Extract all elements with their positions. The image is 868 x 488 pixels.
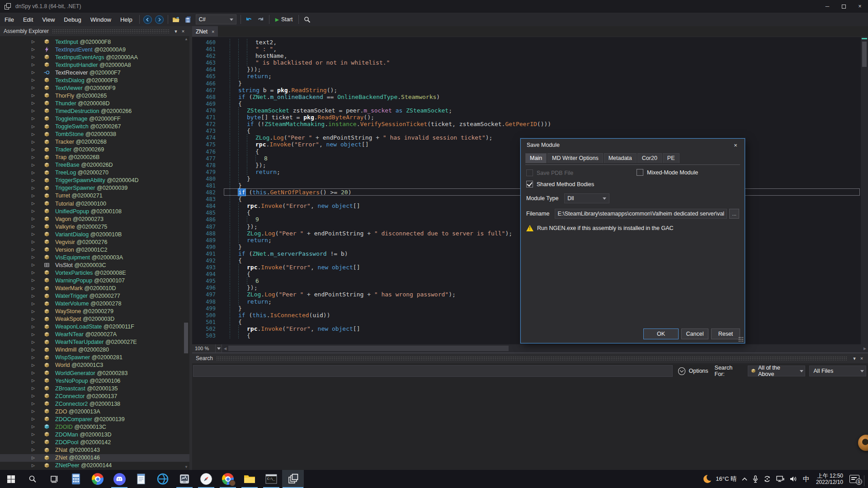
expander-icon[interactable]: ▷ <box>32 155 35 160</box>
dialog-title-bar[interactable]: Save Module × <box>521 139 745 151</box>
tree-item-unifiedpopup[interactable]: ▷UnifiedPopup @02000108 <box>0 207 189 215</box>
zoom-level-control[interactable]: 100 % <box>192 344 216 352</box>
code-line-464[interactable]: 464})); <box>192 66 868 73</box>
network-tray-icon[interactable] <box>774 470 787 488</box>
expander-icon[interactable]: ▷ <box>32 424 35 429</box>
expander-icon[interactable]: ▷ <box>32 247 35 252</box>
calculator-app-icon[interactable] <box>65 470 87 488</box>
expander-icon[interactable]: ▷ <box>32 232 35 236</box>
tree-item-tracker[interactable]: ▷Tracker @02000268 <box>0 138 189 146</box>
expander-icon[interactable]: ▷ <box>32 432 35 436</box>
dialog-tab-pe[interactable]: PE <box>663 153 679 163</box>
expander-icon[interactable]: ▷ <box>32 170 35 175</box>
tree-item-textinputevent[interactable]: ▷TextInputEvent @020000A9 <box>0 46 189 53</box>
maximize-button[interactable] <box>835 0 852 13</box>
tree-item-triggerspawner[interactable]: ▷TriggerSpawner @02000039 <box>0 184 189 192</box>
search-input[interactable] <box>193 365 673 377</box>
code-line-468[interactable]: 468if (ZNet.m_onlineBackend == OnlineBac… <box>192 94 868 100</box>
chrome-badged-app-icon[interactable] <box>217 470 239 488</box>
search-panel-menu-button[interactable]: ▾ <box>851 355 858 362</box>
tree-item-vegvisir[interactable]: ▷Vegvisir @02000276 <box>0 238 189 246</box>
browser-orb-app-icon[interactable] <box>87 470 108 488</box>
tree-item-valkyrie[interactable]: ▷Valkyrie @02000275 <box>0 223 189 230</box>
tree-item-waystone[interactable]: ▷WayStone @02000279 <box>0 308 189 315</box>
expander-icon[interactable]: ▷ <box>32 386 35 390</box>
dialog-tab-main[interactable]: Main <box>525 153 547 163</box>
expander-icon[interactable]: ▷ <box>32 317 35 321</box>
expander-icon[interactable]: ▷ <box>32 132 35 136</box>
tree-item-zdoid[interactable]: ▷ZDOID @0200013C <box>0 423 189 431</box>
file-filter-select[interactable]: All Files <box>809 366 866 376</box>
expander-icon[interactable]: ▷ <box>32 463 35 468</box>
expander-icon[interactable]: ▷ <box>32 270 35 275</box>
task-view-button[interactable] <box>43 470 65 488</box>
reset-button[interactable]: Reset <box>711 328 740 339</box>
expander-icon[interactable]: ▷ <box>32 455 35 460</box>
expander-icon[interactable]: ▷ <box>32 178 35 183</box>
tree-item-watermark[interactable]: ▷WaterMark @0200010D <box>0 285 189 292</box>
expander-icon[interactable]: ▷ <box>32 70 35 75</box>
tree-item-weakspot[interactable]: ▷WeakSpot @0200003D <box>0 315 189 323</box>
code-line-460[interactable]: 460text2, <box>192 39 868 46</box>
tree-item-znetpeer[interactable]: ▷ZNetPeer @02000144 <box>0 462 189 469</box>
options-chevron-icon[interactable] <box>678 367 686 375</box>
editor-scrollbar-thumb[interactable] <box>862 42 867 67</box>
ime-indicator[interactable]: 中 <box>800 470 812 488</box>
show-desktop-button[interactable] <box>865 470 868 488</box>
tab-znet[interactable]: ZNet × <box>192 26 218 37</box>
mixed-mode-checkbox[interactable] <box>637 169 643 176</box>
tree-item-watertrigger[interactable]: ▷WaterTrigger @02000277 <box>0 292 189 300</box>
start-debug-button[interactable]: ▶ Start <box>272 14 297 25</box>
tab-close-icon[interactable]: × <box>212 29 214 34</box>
menu-debug[interactable]: Debug <box>59 13 85 26</box>
expander-icon[interactable]: ▷ <box>32 332 35 337</box>
tree-item-textviewer[interactable]: ▷TextViewer @020000F9 <box>0 84 189 92</box>
expander-icon[interactable]: ▷ <box>32 108 35 113</box>
horizontal-scrollbar-thumb[interactable] <box>228 346 509 351</box>
panel-menu-button[interactable]: ▾ <box>172 28 179 35</box>
expander-icon[interactable]: ▷ <box>32 193 35 198</box>
expander-icon[interactable]: ▷ <box>32 301 35 306</box>
expander-icon[interactable]: ▷ <box>32 355 35 360</box>
zoom-dropdown-button[interactable] <box>216 344 222 352</box>
monitor-app-icon[interactable] <box>174 470 195 488</box>
sync-tray-icon[interactable] <box>761 470 774 488</box>
tree-item-toggleswitch[interactable]: ▷ToggleSwitch @02000267 <box>0 123 189 131</box>
scroll-up-arrow[interactable]: ▲ <box>184 37 189 41</box>
expander-icon[interactable]: ▷ <box>32 239 35 244</box>
tree-item-timeddestruction[interactable]: ▷TimedDestruction @02000266 <box>0 107 189 115</box>
navigate-forward-button[interactable] <box>154 14 165 25</box>
expander-icon[interactable]: ▷ <box>32 417 35 421</box>
show-hidden-icons-button[interactable] <box>739 470 750 488</box>
tree-vertical-scrollbar[interactable]: ▲ ▼ <box>184 36 189 470</box>
undo-button[interactable] <box>243 14 255 25</box>
decompiler-language-select[interactable]: C# <box>196 14 236 24</box>
tree-item-trap[interactable]: ▷Trap @0200026B <box>0 154 189 161</box>
shared-method-bodies-checkbox[interactable] <box>526 181 533 188</box>
expander-icon[interactable]: ▷ <box>32 278 35 282</box>
expander-icon[interactable]: ▷ <box>32 401 35 406</box>
expander-icon[interactable]: ▷ <box>32 363 35 367</box>
tree-item-textinputeventargs[interactable]: ▷TextInputEventArgs @020000AA <box>0 53 189 61</box>
tree-item-textinput[interactable]: ▷TextInput @020000F8 <box>0 38 189 46</box>
microphone-tray-icon[interactable] <box>750 470 761 488</box>
expander-icon[interactable]: ▷ <box>32 347 35 352</box>
compass-app-icon[interactable] <box>195 470 217 488</box>
dialog-tab-cor20[interactable]: Cor20 <box>637 153 662 163</box>
search-for-select[interactable]: All of the Above <box>748 366 805 376</box>
expander-icon[interactable]: ▷ <box>32 93 35 98</box>
editor-vertical-scrollbar[interactable] <box>861 37 868 344</box>
internet-explorer-app-icon[interactable] <box>152 470 174 488</box>
tree-item-textsdialog[interactable]: ▷TextsDialog @020000FB <box>0 76 189 84</box>
code-line-462[interactable]: 462hostName, <box>192 52 868 59</box>
action-center-button[interactable]: 1 <box>847 470 862 488</box>
scroll-right-arrow[interactable]: ▶ <box>862 344 868 352</box>
expander-icon[interactable]: ▷ <box>32 201 35 206</box>
expander-icon[interactable]: ▷ <box>32 78 35 82</box>
dialog-close-button[interactable]: × <box>731 141 740 150</box>
minimize-button[interactable]: ─ <box>819 0 835 13</box>
expander-icon[interactable]: ▷ <box>32 263 35 267</box>
tree-item-version[interactable]: ▷Version @020001C2 <box>0 246 189 253</box>
tree-item-worldgenerator[interactable]: ▷WorldGenerator @02000283 <box>0 369 189 377</box>
save-all-button[interactable] <box>182 14 194 25</box>
